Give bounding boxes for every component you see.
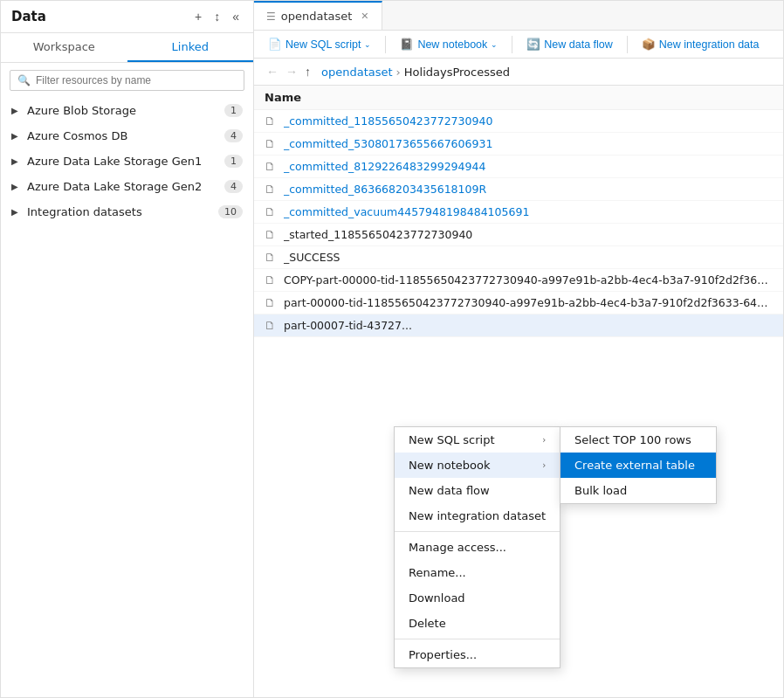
- add-button[interactable]: +: [191, 8, 205, 25]
- file-tab-close[interactable]: ✕: [361, 10, 368, 22]
- file-row[interactable]: 🗋 part-00000-tid-11855650423772730940-a9…: [254, 292, 783, 314]
- context-menu-item-properties[interactable]: Properties...: [395, 642, 560, 667]
- context-menu-separator: [395, 531, 560, 532]
- file-icon: 🗋: [265, 160, 277, 173]
- tree-item-label: Azure Blob Storage: [27, 104, 224, 117]
- context-menu-item-manage-access[interactable]: Manage access...: [395, 535, 560, 560]
- context-menu-item-new-notebook[interactable]: New notebook ›: [395, 453, 560, 478]
- file-icon: 🗋: [265, 228, 277, 241]
- toolbar-new-sql-script[interactable]: 📄 New SQL script ⌄: [261, 34, 378, 54]
- collapse-button[interactable]: «: [229, 8, 243, 25]
- file-icon: 🗋: [265, 273, 277, 287]
- file-tab-opendataset[interactable]: ☰ opendataset ✕: [254, 1, 382, 30]
- ctx-item-label: Download: [409, 591, 465, 605]
- toolbar-new-notebook[interactable]: 📓 New notebook ⌄: [393, 34, 505, 54]
- context-menu-item-new-integration-dataset[interactable]: New integration dataset: [395, 503, 560, 529]
- nav-up[interactable]: ↑: [303, 63, 313, 80]
- file-name: _started_11855650423772730940: [284, 228, 472, 241]
- notebook-caret: ⌄: [491, 40, 498, 49]
- context-menu-item-download[interactable]: Download: [395, 585, 560, 611]
- nav-back[interactable]: ←: [265, 63, 280, 80]
- file-name: _committed_863668203435618109R: [284, 183, 486, 196]
- tab-bar: ☰ opendataset ✕: [254, 1, 783, 31]
- search-input[interactable]: [36, 74, 237, 86]
- submenu-item-bulk-load[interactable]: Bulk load: [560, 478, 716, 503]
- file-list: Name 🗋 _committed_11855650423772730940 🗋…: [254, 86, 783, 697]
- toolbar-sep-2: [512, 36, 512, 53]
- ctx-item-label: New integration dataset: [409, 509, 546, 522]
- file-tab-label: opendataset: [281, 10, 353, 23]
- submenu-item-create-external-table[interactable]: Create external table: [560, 453, 716, 478]
- file-row[interactable]: 🗋 _committed_11855650423772730940: [254, 110, 783, 133]
- ctx-item-label: Properties...: [409, 648, 477, 661]
- tabs-row: Workspace Linked: [1, 33, 253, 63]
- ctx-item-label: New notebook: [409, 459, 490, 472]
- context-menu-item-new-sql-script[interactable]: New SQL script ›: [395, 427, 560, 453]
- context-menu-item-delete[interactable]: Delete: [395, 611, 560, 636]
- file-icon: 🗋: [265, 183, 277, 196]
- file-row[interactable]: 🗋 _committed_53080173655667606931: [254, 133, 783, 155]
- tree-item-label: Integration datasets: [27, 205, 218, 218]
- tab-linked[interactable]: Linked: [127, 33, 254, 62]
- tree-item[interactable]: ▶ Azure Cosmos DB 4: [1, 123, 253, 149]
- context-menu[interactable]: New SQL script › New notebook › New data…: [394, 426, 560, 668]
- ctx-item-label: New SQL script: [409, 433, 495, 446]
- tree-item-count: 1: [224, 155, 243, 168]
- tree-item[interactable]: ▶ Azure Blob Storage 1: [1, 98, 253, 123]
- tree-item[interactable]: ▶ Integration datasets 10: [1, 199, 253, 225]
- tree-arrow: ▶: [11, 106, 20, 115]
- file-row[interactable]: 🗋 _committed_863668203435618109R: [254, 178, 783, 201]
- context-menu-item-rename[interactable]: Rename...: [395, 560, 560, 585]
- tree-item-count: 4: [224, 180, 243, 193]
- file-name: _committed_8129226483299294944: [284, 160, 485, 173]
- file-row[interactable]: 🗋 _committed_vacuum4457948198484105691: [254, 201, 783, 224]
- breadcrumb-path: opendataset › HolidaysProcessed: [321, 66, 510, 79]
- left-panel: Data + ↕ « Workspace Linked 🔍 ▶ Azure Bl…: [1, 1, 254, 697]
- toolbar-new-data-flow[interactable]: 🔄 New data flow: [519, 34, 620, 54]
- ctx-item-arrow: ›: [542, 435, 546, 445]
- file-row[interactable]: 🗋 _started_11855650423772730940: [254, 224, 783, 246]
- toolbar-sep-1: [385, 36, 386, 53]
- breadcrumb-root[interactable]: opendataset: [321, 66, 393, 79]
- ctx-item-label: Rename...: [409, 566, 466, 579]
- breadcrumb-current: HolidaysProcessed: [404, 66, 510, 79]
- file-name: part-00007-tid-43727...: [284, 319, 412, 332]
- tree-item-label: Azure Data Lake Storage Gen1: [27, 155, 224, 168]
- file-row[interactable]: 🗋 COPY-part-00000-tid-118556504237727309…: [254, 269, 783, 292]
- search-box: 🔍: [10, 70, 244, 91]
- left-panel-header: Data + ↕ «: [1, 1, 253, 33]
- context-menu-item-new-data-flow[interactable]: New data flow: [395, 478, 560, 503]
- file-tab-icon: ☰: [266, 10, 276, 23]
- breadcrumb-nav: ← → ↑: [265, 63, 313, 80]
- file-name: _committed_vacuum4457948198484105691: [284, 205, 529, 218]
- data-flow-icon: 🔄: [526, 38, 540, 51]
- toolbar-new-integration-dataset[interactable]: 📦 New integration data: [635, 34, 767, 54]
- tree-arrow: ▶: [11, 182, 20, 191]
- submenu-item-select-top-100[interactable]: Select TOP 100 rows: [560, 427, 716, 453]
- integration-icon: 📦: [642, 38, 656, 51]
- file-icon: 🗋: [265, 251, 277, 264]
- file-row[interactable]: 🗋 part-00007-tid-43727...: [254, 314, 783, 337]
- breadcrumb-bar: ← → ↑ opendataset › HolidaysProcessed: [254, 59, 783, 86]
- toolbar: 📄 New SQL script ⌄ 📓 New notebook ⌄ 🔄 Ne…: [254, 31, 783, 59]
- nav-forward[interactable]: →: [284, 63, 299, 80]
- file-name: _SUCCESS: [284, 251, 340, 264]
- ctx-item-label: Manage access...: [409, 541, 506, 554]
- tab-workspace[interactable]: Workspace: [1, 33, 127, 62]
- tree-item[interactable]: ▶ Azure Data Lake Storage Gen1 1: [1, 149, 253, 174]
- file-row[interactable]: 🗋 _committed_8129226483299294944: [254, 155, 783, 178]
- file-name: _committed_11855650423772730940: [284, 114, 492, 128]
- file-icon: 🗋: [265, 114, 277, 128]
- file-rows-container: 🗋 _committed_11855650423772730940 🗋 _com…: [254, 110, 783, 337]
- tree-arrow: ▶: [11, 207, 20, 217]
- file-row[interactable]: 🗋 _SUCCESS: [254, 246, 783, 269]
- notebook-icon: 📓: [400, 38, 414, 51]
- breadcrumb-sep: ›: [396, 66, 401, 79]
- sql-script-icon: 📄: [268, 38, 282, 51]
- file-name: COPY-part-00000-tid-11855650423772730940…: [284, 273, 773, 287]
- tree-item-label: Azure Data Lake Storage Gen2: [27, 180, 224, 193]
- ctx-item-label: Delete: [409, 617, 446, 630]
- submenu: Select TOP 100 rowsCreate external table…: [560, 426, 717, 504]
- tree-item[interactable]: ▶ Azure Data Lake Storage Gen2 4: [1, 174, 253, 199]
- sort-button[interactable]: ↕: [210, 8, 224, 25]
